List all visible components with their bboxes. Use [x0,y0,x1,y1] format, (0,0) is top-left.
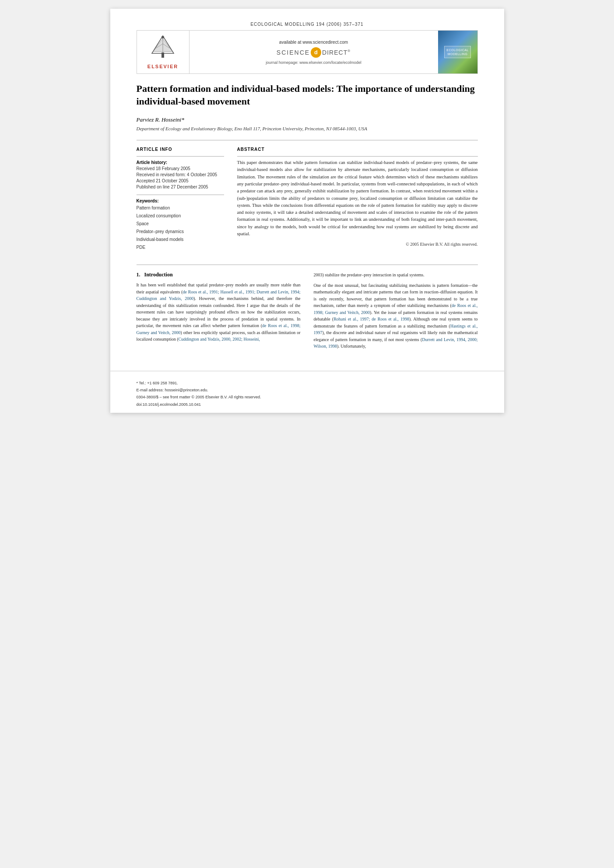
elsevier-middle: available at www.sciencedirect.com SCIEN… [189,31,438,73]
author-name: Parviez R. Hosseini* [137,116,478,123]
ref-rohani1997[interactable]: Rohani et al., 1997; de Roos et al., 199… [333,317,409,321]
article-info-label: ARTICLE INFO [137,147,224,152]
direct-text: DIRECT® [322,49,351,56]
body-two-col: 1. Introduction It has been well establi… [137,272,478,353]
footer-doi: doi:10.1016/j.ecolmodel.2005.10.041 [137,401,478,408]
keywords-label: Keywords: [137,199,224,203]
keyword-1: Pattern formation [137,204,224,212]
article-content: Pattern formation and individual-based m… [110,83,504,371]
journal-homepage-text: journal homepage: www.elsevier.com/locat… [266,60,361,65]
article-meta-section: ARTICLE INFO Article history: Received 1… [137,147,478,251]
journal-title-line: ECOLOGICAL MODELLING 194 (2006) 357–371 [137,22,478,27]
abstract-section: ABSTRACT This paper demonstrates that wh… [237,147,478,251]
section1-para3: One of the most unusual, but fascinating… [314,282,478,350]
eco-badge-line1: ECOLOGICAL [446,48,469,52]
footer-email: E-mail address: hosseini@princeton.edu. [137,387,478,393]
svg-point-3 [161,36,164,38]
abstract-text: This paper demonstrates that while patte… [237,159,478,237]
elsevier-brand-text: ELSEVIER [147,64,178,69]
keyword-2: Localized consumption [137,212,224,220]
separator [137,140,478,140]
keyword-4: Predator–prey dynamics [137,228,224,236]
ref-durrett1994[interactable]: Durrett and Levin, 1994, 2000; Wilson, 1… [314,337,478,349]
article-info-panel: ARTICLE INFO Article history: Received 1… [137,147,224,251]
revised-date: Received in revised form: 4 October 2005 [137,172,224,178]
author-affiliation: Department of Ecology and Evolutionary B… [137,126,478,131]
elsevier-tree-icon [150,35,176,62]
keywords-separator [137,195,224,195]
article-title: Pattern formation and individual-based m… [137,83,478,108]
section1-title: Introduction [144,272,173,278]
page: ECOLOGICAL MODELLING 194 (2006) 357–371 [110,9,504,413]
keyword-6: PDE [137,244,224,251]
eco-badge: ECOLOGICAL MODELLING [444,46,471,58]
received-date: Received 18 February 2005 [137,166,224,172]
ref-deroos1998a[interactable]: de Roos et al., 1998; Gurney and Veitch,… [137,323,301,335]
eco-badge-line2: MODELLING [446,52,469,56]
section1-heading: 1. Introduction [137,272,301,278]
info-separator [137,156,224,157]
section1-number: 1. [137,272,140,278]
keyword-3: Space [137,220,224,228]
ref-hastings1997[interactable]: Hastings et al., 1997 [314,324,478,335]
science-text: SCIENCE [277,49,310,56]
body-separator [137,265,478,265]
article-footer: * Tel.: +1 609 258 7891. E-mail address:… [110,371,504,413]
history-label: Article history: [137,160,224,165]
top-banner: ECOLOGICAL MODELLING 194 (2006) 357–371 [110,9,504,74]
section1-para1: It has been well established that spatia… [137,282,301,343]
journal-cover-image: ECOLOGICAL MODELLING [438,31,477,73]
elsevier-header: ELSEVIER available at www.sciencedirect.… [137,30,478,74]
elsevier-logo-box: ELSEVIER [137,31,189,73]
section1-para2: 2003) stabilize the predator–prey intera… [314,272,478,279]
ref-deroos1998b[interactable]: de Roos et al., 1998; Gurney and Veitch,… [314,303,478,315]
footer-tel: * Tel.: +1 609 258 7891. [137,380,478,386]
accepted-date: Accepted 21 October 2005 [137,178,224,184]
d-circle-icon: d [311,47,321,58]
published-date: Published on line 27 December 2005 [137,184,224,190]
abstract-separator [237,156,478,157]
sciencedirect-logo: SCIENCE d DIRECT® [277,47,351,58]
keyword-5: Individual-based models [137,236,224,244]
body-col-right: 2003) stabilize the predator–prey intera… [314,272,478,353]
body-col-left: 1. Introduction It has been well establi… [137,272,301,353]
keywords-list: Pattern formation Localized consumption … [137,204,224,251]
abstract-copyright: © 2005 Elsevier B.V. All rights reserved… [237,242,478,247]
ref-deroos1991[interactable]: de Roos et al., 1991; Hassell et al., 19… [137,289,301,301]
footer-copyright: 0304-3800/$ – see front matter © 2005 El… [137,394,478,400]
abstract-label: ABSTRACT [237,147,478,152]
ref-cuddington2000[interactable]: Cuddington and Yodzis, 2000, 2002; Hosse… [179,337,260,342]
available-at-text: available at www.sciencedirect.com [279,40,348,45]
